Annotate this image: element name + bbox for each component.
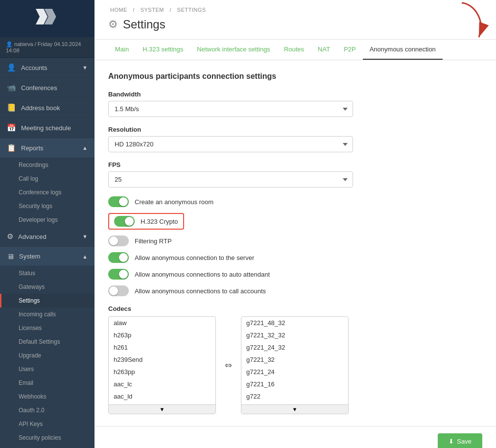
- sidebar-item-address-book[interactable]: 📒 Address book: [0, 98, 94, 118]
- tab-routes[interactable]: Routes: [277, 40, 311, 60]
- resolution-field: Resolution CIF 352x288 VGA 640x480 HD 72…: [108, 126, 482, 152]
- fps-field: FPS 10 15 20 25 30: [108, 161, 482, 188]
- codec-item-g7221-32-32[interactable]: g7221_32_32: [241, 329, 348, 341]
- save-button[interactable]: ⬇ Save: [438, 433, 482, 448]
- accounts-icon: 👤: [7, 63, 16, 72]
- sidebar-sub-recordings[interactable]: Recordings: [0, 158, 94, 172]
- sidebar-sub-security-logs[interactable]: Security logs: [0, 199, 94, 213]
- codec-item-h263pp[interactable]: h263pp: [109, 366, 215, 378]
- toggle-allow-auto-attendant[interactable]: [108, 269, 129, 280]
- toggle-allow-connection[interactable]: [108, 252, 129, 263]
- fps-select[interactable]: 10 15 20 25 30: [108, 171, 353, 188]
- toggle-allow-call-accounts-row: Allow anonymous connections to call acco…: [108, 285, 482, 296]
- sidebar-item-conferences[interactable]: 📹 Conferences: [0, 78, 94, 98]
- tabs-bar: Main H.323 settings Network interface se…: [94, 40, 496, 60]
- sidebar-sub-security-policies[interactable]: Security policies: [0, 431, 94, 445]
- codec-list-left[interactable]: alaw h263p h261 h239Send h263pp aac_lc a…: [108, 316, 216, 414]
- sidebar-sub-webhooks[interactable]: Webhooks: [0, 390, 94, 403]
- toggle-create-room-label: Create an anonymous room: [135, 198, 213, 206]
- fps-label: FPS: [108, 161, 482, 168]
- sidebar-item-accounts[interactable]: 👤 Accounts ▼: [0, 58, 94, 78]
- save-icon: ⬇: [449, 438, 454, 445]
- codec-list-right[interactable]: g7221_48_32 g7221_32_32 g7221_24_32 g722…: [241, 316, 349, 414]
- user-icon: 👤: [6, 41, 13, 47]
- tab-nat[interactable]: NAT: [311, 40, 337, 60]
- codec-item-g7221-16[interactable]: g7221_16: [241, 378, 348, 390]
- toggle-filtering-rtp-row: Filtering RTP: [108, 236, 482, 246]
- toggle-filtering-rtp-label: Filtering RTP: [135, 237, 172, 245]
- sidebar-user: 👤 nabieva / Friday 04.10.2024 14:08: [0, 37, 94, 58]
- codec-item-g7221-48-32[interactable]: g7221_48_32: [241, 317, 348, 329]
- codecs-section: Codecs alaw h263p h261 h239Send h263pp a…: [108, 305, 482, 414]
- codec-item-g7221-32[interactable]: g7221_32: [241, 354, 348, 366]
- tab-anonymous[interactable]: Anonymous connection: [363, 40, 443, 60]
- sidebar-sub-users[interactable]: Users: [0, 362, 94, 376]
- toggle-h323-crypto[interactable]: [114, 216, 135, 227]
- system-icon: 🖥: [7, 252, 14, 260]
- sidebar-item-meeting-schedule[interactable]: 📅 Meeting schedule: [0, 118, 94, 138]
- sidebar-sub-oauth[interactable]: Oauth 2.0: [0, 403, 94, 417]
- sidebar-nav: 👤 Accounts ▼ 📹 Conferences 📒 Address boo…: [0, 58, 94, 448]
- toggle-create-room[interactable]: [108, 196, 129, 207]
- codec-list-left-scroll-btn[interactable]: ▼: [109, 404, 215, 414]
- tab-main[interactable]: Main: [108, 40, 136, 60]
- sidebar-sub-licenses[interactable]: Licenses: [0, 321, 94, 335]
- bandwidth-label: Bandwidth: [108, 91, 482, 98]
- sidebar-sub-default-settings[interactable]: Default Settings: [0, 335, 94, 349]
- sidebar-sub-email[interactable]: Email: [0, 376, 94, 390]
- resolution-select[interactable]: CIF 352x288 VGA 640x480 HD 720x480 HD 12…: [108, 136, 353, 152]
- codec-item-h239send[interactable]: h239Send: [109, 354, 215, 366]
- brand-logo-icon: [36, 9, 59, 28]
- tab-h323[interactable]: H.323 settings: [136, 40, 190, 60]
- codec-list-right-scroll-btn[interactable]: ▼: [241, 404, 348, 414]
- toggle-allow-call-accounts[interactable]: [108, 285, 129, 296]
- toggle-allow-auto-attendant-row: Allow anonymous connections to auto atte…: [108, 269, 482, 280]
- sidebar-sub-gateways[interactable]: Gateways: [0, 280, 94, 294]
- sidebar-item-reports[interactable]: 📋 Reports ▲: [0, 138, 94, 158]
- codec-item-g7221-24-32[interactable]: g7221_24_32: [241, 341, 348, 354]
- codec-item-h261[interactable]: h261: [109, 341, 215, 354]
- codec-transfer-btn[interactable]: ⇔: [222, 357, 235, 374]
- sidebar-item-advanced[interactable]: ⚙ Advanced ▼: [0, 227, 94, 247]
- codec-item-h263p[interactable]: h263p: [109, 329, 215, 341]
- content-area: Anonymous participants connection settin…: [94, 60, 496, 426]
- tab-network[interactable]: Network interface settings: [190, 40, 277, 60]
- advanced-icon: ⚙: [7, 232, 13, 241]
- sidebar-sub-developer-logs[interactable]: Developer logs: [0, 213, 94, 227]
- address-book-icon: 📒: [7, 103, 16, 112]
- meeting-schedule-icon: 📅: [7, 123, 16, 132]
- sidebar-sub-incoming-calls[interactable]: Incoming calls: [0, 307, 94, 321]
- codec-item-aac-ld[interactable]: aac_ld: [109, 390, 215, 402]
- resolution-label: Resolution: [108, 126, 482, 133]
- conferences-icon: 📹: [7, 83, 16, 92]
- codec-list-left-inner[interactable]: alaw h263p h261 h239Send h263pp aac_lc a…: [109, 317, 215, 404]
- reports-icon: 📋: [7, 143, 16, 152]
- sidebar-sub-settings[interactable]: Settings: [0, 294, 94, 307]
- codec-list-right-inner[interactable]: g7221_48_32 g7221_32_32 g7221_24_32 g722…: [241, 317, 348, 404]
- bandwidth-select[interactable]: 256 Kb/s 512 Kb/s 1 Mb/s 1.5 Mb/s 2 Mb/s…: [108, 101, 353, 117]
- codec-item-aac-lc[interactable]: aac_lc: [109, 378, 215, 390]
- footer-bar: ⬇ Save: [94, 426, 496, 448]
- codecs-label: Codecs: [108, 305, 482, 312]
- sidebar-sub-upgrade[interactable]: Upgrade: [0, 349, 94, 362]
- toggle-h323-crypto-label: H.323 Crypto: [141, 218, 178, 225]
- sidebar-sub-api-keys[interactable]: API Keys: [0, 417, 94, 431]
- codec-item-g7221-24[interactable]: g7221_24: [241, 366, 348, 378]
- sidebar-sub-logging[interactable]: Logging configuration: [0, 445, 94, 448]
- tab-p2p[interactable]: P2P: [337, 40, 363, 60]
- bandwidth-field: Bandwidth 256 Kb/s 512 Kb/s 1 Mb/s 1.5 M…: [108, 91, 482, 117]
- codec-item-g722[interactable]: g722: [241, 390, 348, 402]
- sidebar-sub-call-log[interactable]: Call log: [0, 172, 94, 186]
- toggle-filtering-rtp[interactable]: [108, 236, 129, 246]
- sidebar-item-system[interactable]: 🖥 System ▲: [0, 247, 94, 266]
- chevron-icon: ▼: [82, 65, 88, 71]
- toggle-allow-connection-label: Allow anonymous connection to the server: [135, 254, 254, 261]
- sidebar-sub-status[interactable]: Status: [0, 266, 94, 280]
- sidebar-logo: [0, 0, 94, 37]
- codec-item-alaw[interactable]: alaw: [109, 317, 215, 329]
- sidebar-sub-conference-logs[interactable]: Conference logs: [0, 186, 94, 199]
- chevron-reports-icon: ▲: [82, 145, 88, 151]
- tabs-wrapper: Main H.323 settings Network interface se…: [94, 40, 496, 60]
- toggle-create-room-row: Create an anonymous room: [108, 196, 482, 207]
- sidebar: 👤 nabieva / Friday 04.10.2024 14:08 👤 Ac…: [0, 0, 94, 448]
